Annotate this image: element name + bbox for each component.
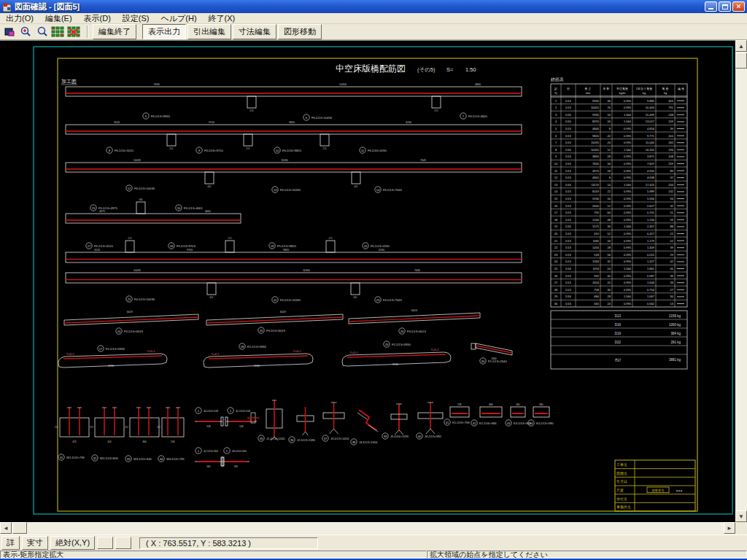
scroll-up-button[interactable]: ▲ (735, 40, 747, 52)
toolbar-button-1[interactable]: 表示出力 (142, 24, 186, 39)
svg-text:14: 14 (376, 188, 380, 192)
menu-item-3[interactable]: 設定(S) (117, 12, 155, 25)
select-icon[interactable] (2, 25, 18, 39)
maximize-button[interactable] (719, 1, 731, 12)
disabled-tool-2 (115, 537, 131, 549)
svg-text:7.607: 7.607 (647, 162, 655, 166)
svg-text:14: 14 (608, 183, 611, 187)
svg-text:kg: kg (643, 91, 646, 95)
svg-text:2.457: 2.457 (647, 225, 655, 228)
minimize-button[interactable] (705, 1, 717, 12)
svg-text:単位質量: 単位質量 (616, 87, 628, 90)
fit-grid-icon[interactable] (50, 25, 66, 39)
toolbar-button-4[interactable]: 図形移動 (278, 24, 322, 39)
svg-text:17: 17 (554, 211, 558, 214)
svg-text:43: 43 (507, 421, 511, 425)
svg-text:1334: 1334 (592, 260, 600, 263)
svg-text:D16: D16 (565, 148, 571, 152)
svg-text:419: 419 (72, 440, 77, 443)
svg-text:F5-D13×3120: F5-D13×3120 (94, 244, 113, 248)
app-icon (2, 2, 12, 12)
scroll-left-button[interactable]: ◄ (0, 522, 12, 534)
absolute-xy-button[interactable]: 絶対(X,Y) (50, 536, 95, 550)
scroll-right-button[interactable]: ► (724, 522, 735, 534)
svg-text:D22: D22 (615, 341, 622, 344)
zoom-window-icon[interactable] (34, 25, 50, 39)
menu-item-5[interactable]: 終了(X) (203, 12, 241, 25)
svg-text:0.995: 0.995 (624, 218, 632, 222)
cad-drawing[interactable]: 中空床版橋配筋図(その5)S=1:50加工図210219993510456484… (0, 41, 735, 523)
svg-text:16: 16 (177, 206, 181, 210)
svg-text:年月日: 年月日 (616, 479, 627, 484)
menu-item-2[interactable]: 表示(D) (78, 12, 117, 25)
svg-text:12: 12 (608, 204, 611, 208)
svg-text:16: 16 (608, 120, 611, 123)
svg-text:D13: D13 (615, 314, 622, 318)
toolbar-button-0[interactable]: 編集終了 (93, 24, 136, 39)
svg-text:31: 31 (60, 456, 63, 459)
svg-text:10455: 10455 (591, 148, 600, 152)
svg-text:257: 257 (55, 426, 58, 429)
svg-text:1416: 1416 (592, 246, 600, 249)
svg-text:1575: 1575 (592, 225, 600, 228)
svg-text:D16: D16 (565, 225, 571, 228)
close-button[interactable]: ✕ (732, 1, 745, 12)
vertical-scrollbar[interactable]: ▲ ▼ (735, 40, 747, 522)
menu-item-4[interactable]: ヘルプ(H) (155, 12, 203, 25)
horizontal-scroll-thumb[interactable] (12, 522, 27, 534)
svg-text:0.562: 0.562 (647, 302, 655, 306)
svg-text:25: 25 (554, 267, 558, 271)
svg-text:24: 24 (117, 330, 121, 333)
menu-item-0[interactable]: 出力(O) (0, 12, 39, 25)
svg-text:9703: 9703 (187, 249, 193, 252)
svg-text:13.057: 13.057 (646, 120, 655, 123)
svg-text:518: 518 (206, 425, 211, 428)
scroll-down-button[interactable]: ▼ (735, 510, 747, 522)
svg-text:3890: 3890 (592, 155, 600, 158)
svg-text:0.995: 0.995 (624, 260, 632, 263)
svg-text:D13: D13 (565, 134, 571, 138)
toolbar-button-2[interactable]: 引出編集 (187, 24, 231, 39)
svg-text:F6-D13×9935: F6-D13×9935 (151, 114, 170, 118)
svg-text:1:50: 1:50 (465, 66, 476, 73)
svg-text:号: 号 (554, 91, 557, 95)
svg-text:44: 44 (530, 421, 533, 425)
svg-text:本 数: 本 数 (602, 87, 609, 90)
svg-text:32: 32 (93, 456, 97, 460)
svg-text:441: 441 (354, 185, 358, 188)
menu-item-1[interactable]: 編集(E) (39, 12, 78, 25)
svg-text:3120: 3120 (94, 249, 100, 252)
svg-text:33: 33 (127, 457, 131, 461)
svg-text:1.646: 1.646 (647, 281, 655, 284)
svg-text:28: 28 (608, 295, 611, 298)
pan-grid-icon[interactable] (66, 25, 82, 39)
svg-text:758: 758 (457, 403, 462, 406)
horizontal-scrollbar[interactable]: ◄ ► (0, 522, 735, 534)
svg-text:441: 441 (353, 296, 357, 299)
zoom-in-icon[interactable] (18, 25, 34, 39)
svg-text:992: 992 (594, 274, 599, 278)
svg-text:F3-D13×6019: F3-D13×6019 (124, 330, 143, 333)
svg-text:44: 44 (608, 239, 611, 243)
svg-text:D13: D13 (565, 99, 571, 103)
svg-text:0.995: 0.995 (624, 155, 632, 158)
svg-text:1.560: 1.560 (624, 267, 632, 271)
toolbar-button-3[interactable]: 寸法編集 (233, 24, 276, 39)
svg-text:88: 88 (670, 225, 674, 228)
actual-size-button[interactable]: 実寸 (22, 536, 48, 550)
svg-text:42: 42 (608, 134, 611, 138)
svg-text:36: 36 (608, 288, 611, 292)
svg-text:9935: 9935 (592, 99, 600, 103)
svg-text:尺度: 尺度 (616, 488, 624, 493)
svg-text:2640: 2640 (592, 204, 600, 208)
svg-text:F4-D13×7645: F4-D13×7645 (383, 298, 402, 302)
detail-button[interactable]: 詳 (1, 536, 20, 550)
svg-text:4.638: 4.638 (647, 176, 655, 179)
svg-text:4.950: 4.950 (647, 169, 655, 173)
vertical-scroll-thumb[interactable] (735, 52, 747, 69)
svg-text:W3-D13×940: W3-D13×940 (133, 457, 152, 461)
svg-text:3.871: 3.871 (647, 155, 655, 158)
svg-text:11: 11 (361, 149, 365, 152)
svg-text:1185: 1185 (592, 239, 599, 243)
drawing-canvas[interactable]: 中空床版橋配筋図(その5)S=1:50加工図210219993510456484… (0, 40, 735, 522)
